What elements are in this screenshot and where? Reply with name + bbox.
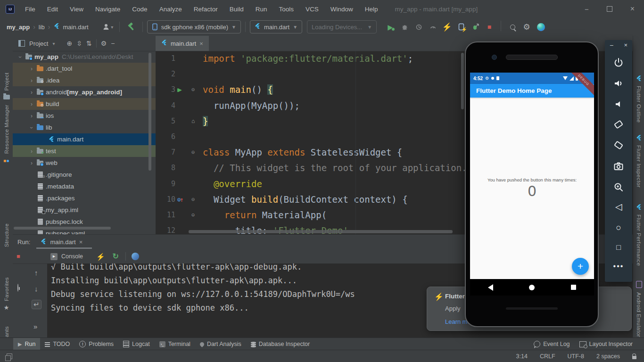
- close-icon[interactable]: ×: [624, 42, 627, 49]
- menu-build[interactable]: Build: [230, 6, 244, 13]
- horizontal-scrollbar[interactable]: [14, 227, 111, 230]
- breadcrumb-my-app[interactable]: my_app: [7, 24, 30, 31]
- indent-size[interactable]: 2 spaces: [596, 353, 620, 360]
- device-selector[interactable]: sdk gphone x86 (mobile)▼: [147, 20, 241, 33]
- down-arrow-icon[interactable]: ↓: [34, 285, 38, 293]
- tree-item-gitignore[interactable]: ⊘.gitignore: [13, 169, 156, 181]
- tree-item-web[interactable]: ›web: [13, 157, 156, 169]
- pin-icon[interactable]: [17, 284, 18, 292]
- tree-item-packages[interactable]: .packages: [13, 192, 156, 204]
- tree-item-main-dart[interactable]: main.dart: [13, 133, 156, 145]
- power-icon[interactable]: [605, 57, 632, 70]
- chevron-icon[interactable]: ›: [28, 124, 35, 131]
- hot-reload-icon[interactable]: ⚡: [96, 253, 105, 260]
- tree-item-idea[interactable]: ›⚙.idea: [13, 74, 156, 86]
- chevron-icon[interactable]: ›: [28, 160, 35, 166]
- tree-item-pubspec-lock[interactable]: pubspec.lock: [13, 216, 156, 228]
- fold-marker-icon[interactable]: ⊖: [191, 192, 195, 207]
- tool-window-tab-layout-inspector[interactable]: Layout Inspector: [575, 338, 637, 350]
- chevron-icon[interactable]: ›: [28, 66, 35, 72]
- build-hammer-icon[interactable]: [124, 21, 138, 33]
- menu-tools[interactable]: Tools: [279, 6, 294, 13]
- caret-position[interactable]: 3:14: [516, 353, 528, 360]
- hot-restart-icon[interactable]: ⚡: [454, 21, 468, 33]
- tool-window-tab-todo[interactable]: TODO: [40, 338, 74, 350]
- back-icon[interactable]: ◁: [605, 202, 632, 211]
- editor-tab-main-dart[interactable]: main.dart ×: [156, 36, 209, 51]
- tool-window-tab-event-log[interactable]: Event Log: [529, 338, 574, 350]
- menu-run[interactable]: Run: [256, 6, 267, 13]
- tree-item-lib[interactable]: ›lib: [13, 122, 156, 133]
- stripe-tab-flutter-performance[interactable]: Flutter Performance: [633, 204, 644, 266]
- tree-item-test[interactable]: ›▸test: [13, 145, 156, 157]
- tree-item-my-app[interactable]: ›my_appC:\Users\Leonardo\Deskt: [13, 51, 156, 63]
- breadcrumb[interactable]: my_app›lib›main.dart: [7, 23, 89, 31]
- more-chevrons-icon[interactable]: »: [33, 322, 37, 330]
- minimize-icon[interactable]: −: [610, 42, 613, 49]
- editor-hscrollbar[interactable]: [189, 230, 453, 233]
- nav-home-icon[interactable]: [529, 285, 535, 290]
- breadcrumb-lib[interactable]: lib: [39, 24, 45, 31]
- readonly-lock-icon[interactable]: [632, 356, 636, 359]
- vcs-user-icon[interactable]: ▾: [101, 21, 115, 33]
- tree-item-ios[interactable]: ›•••ios: [13, 110, 156, 122]
- profiler-icon[interactable]: [426, 21, 440, 33]
- hot-restart-icon[interactable]: ↻: [113, 253, 119, 260]
- search-icon[interactable]: [505, 21, 520, 33]
- close-tab-icon[interactable]: ×: [199, 40, 203, 47]
- run-tab-main-dart[interactable]: main.dart ×: [41, 239, 83, 246]
- zoom-icon[interactable]: [605, 181, 632, 194]
- menu-file[interactable]: File: [25, 6, 35, 13]
- stripe-tab-favorites[interactable]: Favorites★: [0, 277, 13, 311]
- stripe-tab-flutter-inspector[interactable]: Flutter Inspector: [633, 135, 644, 188]
- nav-overview-icon[interactable]: [571, 285, 576, 290]
- console-tab[interactable]: Console: [61, 253, 83, 260]
- chevron-icon[interactable]: ›: [17, 54, 24, 60]
- chevron-icon[interactable]: ›: [28, 77, 35, 84]
- menu-window[interactable]: Window: [330, 6, 353, 13]
- editor-vscrollbar[interactable]: [461, 53, 464, 109]
- tool-window-tab-terminal[interactable]: ›_Terminal: [155, 338, 195, 350]
- volume-up-icon[interactable]: [605, 78, 632, 90]
- chevron-icon[interactable]: ›: [28, 89, 35, 96]
- menu-view[interactable]: View: [70, 6, 83, 13]
- settings-icon[interactable]: ⚙: [520, 21, 534, 33]
- menu-help[interactable]: Help: [365, 6, 378, 13]
- volume-down-icon[interactable]: [605, 99, 632, 111]
- stop-icon[interactable]: ■: [17, 253, 20, 260]
- menu-refactor[interactable]: Refactor: [194, 6, 218, 13]
- up-arrow-icon[interactable]: ↑: [34, 269, 38, 277]
- close-tab-icon[interactable]: ×: [79, 239, 83, 246]
- stripe-tab-resource-manager[interactable]: Resource Manager: [0, 105, 13, 164]
- rotate-right-icon[interactable]: [605, 139, 632, 153]
- chevron-icon[interactable]: ›: [28, 101, 35, 107]
- fold-marker-icon[interactable]: ⊖: [191, 82, 195, 98]
- menu-analyze[interactable]: Analyze: [159, 6, 182, 13]
- stripe-tab-structure[interactable]: Structure: [0, 223, 13, 250]
- nav-back-icon[interactable]: [488, 284, 493, 291]
- tree-item-my-app-iml[interactable]: my_app.iml: [13, 204, 156, 216]
- file-encoding[interactable]: UTF-8: [568, 353, 584, 360]
- menu-code[interactable]: Code: [132, 6, 147, 13]
- collapse-all-icon[interactable]: ⇅: [86, 40, 92, 47]
- tool-window-tab-dart-analysis[interactable]: Dart Analysis: [195, 338, 246, 350]
- menu-vcs[interactable]: VCS: [305, 6, 319, 13]
- fab-increment-button[interactable]: +: [572, 258, 589, 275]
- chevron-icon[interactable]: ›: [28, 113, 35, 119]
- phone-screen[interactable]: 4:52 ⚙ Flutter Demo Home Page DEBUG You …: [470, 73, 594, 296]
- devtools-icon[interactable]: [132, 253, 139, 260]
- menu-edit[interactable]: Edit: [47, 6, 58, 13]
- locate-file-icon[interactable]: ⊕: [67, 40, 73, 47]
- restore-icon[interactable]: [607, 6, 612, 12]
- stop-icon[interactable]: ■: [482, 21, 496, 33]
- vertical-scrollbar[interactable]: [149, 53, 151, 171]
- overview-icon[interactable]: □: [605, 244, 632, 251]
- tree-item-android[interactable]: ›android [my_app_android]: [13, 86, 156, 98]
- breadcrumb-main-dart[interactable]: main.dart: [63, 24, 89, 31]
- tree-item-build[interactable]: ›⚙build: [13, 98, 156, 110]
- tool-window-switcher-icon[interactable]: [7, 354, 12, 359]
- hot-reload-icon[interactable]: ⚡: [440, 21, 454, 33]
- line-separator[interactable]: CRLF: [540, 353, 555, 360]
- fold-marker-icon[interactable]: ⊖: [191, 145, 195, 160]
- soft-wrap-icon[interactable]: ↵: [32, 300, 41, 309]
